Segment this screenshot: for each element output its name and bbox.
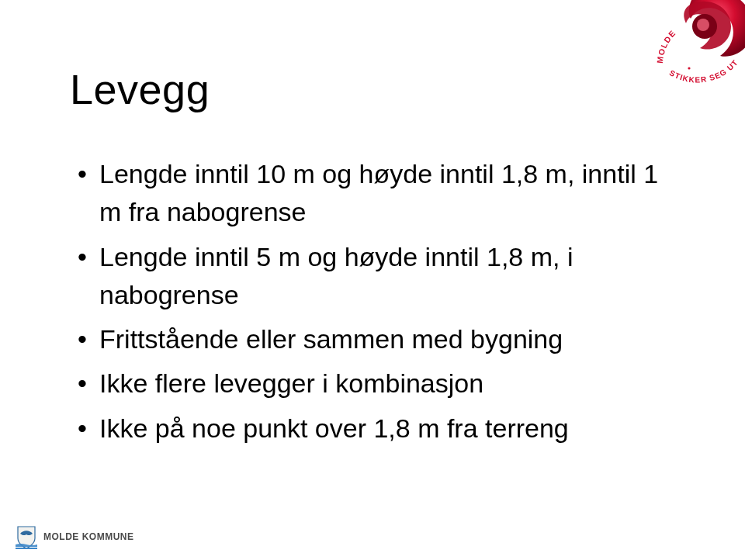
list-item: Ikke flere levegger i kombinasjon (78, 365, 683, 403)
bullet-list: Lengde inntil 10 m og høyde inntil 1,8 m… (78, 155, 683, 454)
svg-rect-5 (16, 548, 37, 549)
bullet-text: Lengde inntil 10 m og høyde inntil 1,8 m… (99, 159, 658, 226)
footer-org: MOLDE KOMMUNE (43, 531, 134, 542)
bullet-text: Ikke på noe punkt over 1,8 m fra terreng (99, 413, 569, 443)
bullet-text: Frittstående eller sammen med bygning (99, 324, 563, 354)
slide-title: Levegg (70, 65, 210, 113)
crest-icon (16, 524, 37, 549)
svg-point-4 (688, 67, 690, 69)
svg-text:STIKKER SEG UT: STIKKER SEG UT (668, 58, 740, 85)
svg-point-1 (697, 19, 709, 31)
bullet-text: Ikke flere levegger i kombinasjon (99, 368, 483, 398)
svg-text:MOLDE: MOLDE (655, 28, 677, 64)
list-item: Ikke på noe punkt over 1,8 m fra terreng (78, 410, 683, 448)
list-item: Lengde inntil 10 m og høyde inntil 1,8 m… (78, 155, 683, 232)
footer-logo: MOLDE KOMMUNE (16, 524, 134, 549)
list-item: Lengde inntil 5 m og høyde inntil 1,8 m,… (78, 238, 683, 315)
bullet-text: Lengde inntil 5 m og høyde inntil 1,8 m,… (99, 242, 573, 309)
rose-top-text: MOLDE (655, 28, 677, 64)
rose-logo: MOLDE STIKKER SEG UT (639, 0, 745, 96)
list-item: Frittstående eller sammen med bygning (78, 320, 683, 358)
slide: MOLDE STIKKER SEG UT Levegg Lengde innti… (0, 0, 745, 560)
rose-bottom-text: STIKKER SEG UT (668, 58, 740, 85)
